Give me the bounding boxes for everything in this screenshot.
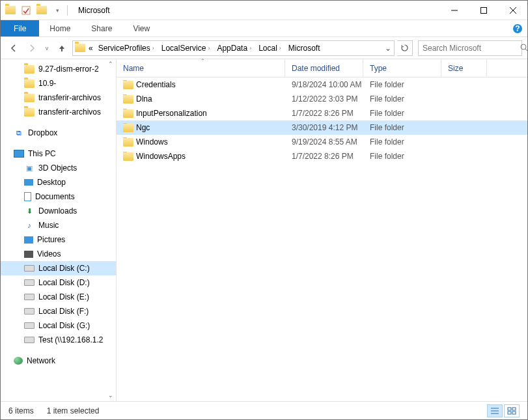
disk-icon [24,265,35,272]
tab-home[interactable]: Home [39,20,81,36]
svg-rect-12 [508,408,511,410]
forward-button[interactable] [24,40,40,56]
breadcrumb-item[interactable]: Microsoft [285,41,322,55]
qat-properties-icon[interactable] [19,3,33,18]
search-box[interactable] [418,40,522,56]
col-date[interactable]: Date modified [285,59,363,77]
tree-item[interactable]: Local Disk (E:) [1,290,116,304]
breadcrumb-overflow[interactable]: « [87,41,94,55]
file-date: 1/7/2022 8:26 PM [285,109,363,118]
file-type: File folder [363,80,441,89]
view-details-button[interactable] [487,404,503,417]
tree-item[interactable]: 10.9- [1,76,116,91]
address-dropdown-icon[interactable]: ⌄ [382,44,394,53]
tree-label: Documents [35,192,75,201]
view-large-button[interactable] [504,404,520,417]
tab-share[interactable]: Share [81,20,122,36]
file-list[interactable]: Credentials9/18/2024 10:00 AMFile folder… [117,77,527,401]
folder-icon [123,138,133,147]
breadcrumb-item[interactable]: LocalService› [158,41,214,55]
tree-item[interactable]: ♪Music [1,218,116,232]
close-button[interactable] [498,1,527,20]
tree-item[interactable]: Videos [1,247,116,261]
qat-newfolder-icon[interactable] [35,3,49,18]
back-button[interactable] [6,40,21,56]
help-icon[interactable]: ? [508,20,527,36]
refresh-button[interactable] [397,40,413,56]
qat-folder-icon[interactable] [3,3,18,18]
status-selection: 1 item selected [47,406,100,415]
maximize-button[interactable] [469,1,498,20]
file-name: Ngc [136,123,150,132]
breadcrumb-item[interactable]: ServiceProfiles› [94,41,158,55]
col-type[interactable]: Type [363,59,441,77]
folder-icon [24,65,35,74]
file-type: File folder [363,109,441,118]
file-row[interactable]: Ngc3/30/2019 4:12 PMFile folder [117,120,527,135]
tree-item[interactable]: Documents [1,189,116,204]
tree-item[interactable]: Desktop [1,175,116,189]
file-row[interactable]: Windows9/19/2024 8:55 AMFile folder [117,135,527,149]
tree-item[interactable]: Pictures [1,232,116,247]
file-type: File folder [363,94,441,104]
folder-icon [123,124,133,132]
file-name: Dlna [136,94,152,104]
tree-item[interactable]: transferir-archivos [1,105,116,119]
file-date: 9/18/2024 10:00 AM [285,80,363,89]
recent-dropdown[interactable]: v [42,40,51,56]
tree-item[interactable]: ⬇Downloads [1,204,116,218]
tree-item[interactable]: This PC [1,147,116,161]
tree-item[interactable]: Test (\\192.168.1.2 [1,333,116,347]
minimize-button[interactable] [439,1,469,20]
search-icon [520,44,528,52]
tab-view[interactable]: View [122,20,160,36]
folder-icon [24,108,35,117]
address-row: v « ServiceProfiles› LocalService› AppDa… [1,37,527,59]
documents-icon [24,192,31,201]
tree-item[interactable]: Local Disk (F:) [1,304,116,318]
file-row[interactable]: InputPersonalization1/7/2022 8:26 PMFile… [117,106,527,120]
disk-icon [24,337,35,343]
file-type: File folder [363,152,441,161]
tree-label: 9.27-dism-error-2 [38,64,99,74]
address-folder-icon [73,44,87,52]
nav-tree[interactable]: 9.27-dism-error-210.9-transferir-archivo… [1,59,117,401]
breadcrumb-item[interactable]: AppData› [213,41,255,55]
tree-item[interactable]: ▣3D Objects [1,161,116,175]
file-row[interactable]: Dlna1/12/2022 3:03 PMFile folder [117,92,527,106]
file-name: Windows [136,137,168,147]
address-bar[interactable]: « ServiceProfiles› LocalService› AppData… [72,40,395,56]
col-name[interactable]: Name⌃ [117,59,285,77]
folder-icon [123,81,133,89]
file-row[interactable]: WindowsApps1/7/2022 8:26 PMFile folder [117,149,527,163]
tree-item[interactable]: ⧉Dropbox [1,126,116,140]
file-row[interactable]: Credentials9/18/2024 10:00 AMFile folder [117,77,527,92]
tree-label: 3D Objects [38,163,77,173]
disk-icon [24,294,35,300]
col-size[interactable]: Size [441,59,487,77]
svg-rect-15 [512,412,516,414]
tree-item[interactable]: Local Disk (D:) [1,275,116,290]
desktop-icon [24,179,33,186]
tree-item[interactable]: Local Disk (G:) [1,318,116,333]
tree-label: Test (\\192.168.1.2 [38,335,103,344]
search-input[interactable] [423,44,520,53]
up-button[interactable] [54,40,70,56]
breadcrumb-item[interactable]: Local› [255,41,285,55]
sort-indicator-icon: ⌃ [201,58,205,64]
tree-item[interactable]: transferir-archivos [1,91,116,105]
tree-item[interactable]: Network [1,354,116,368]
svg-rect-14 [508,412,511,414]
folder-icon [123,95,133,104]
svg-rect-2 [480,7,486,13]
qat-dropdown-icon[interactable]: ▾ [50,3,64,18]
column-headers: Name⌃ Date modified Type Size [117,59,527,77]
file-date: 9/19/2024 8:55 AM [285,137,363,147]
tree-label: Local Disk (F:) [38,307,89,316]
tab-file[interactable]: File [1,20,39,36]
tree-item[interactable]: Local Disk (C:) [1,261,116,275]
disk-icon [24,279,35,286]
folder-icon [123,152,133,161]
tree-item[interactable]: 9.27-dism-error-2 [1,62,116,76]
disk-icon [24,322,35,329]
